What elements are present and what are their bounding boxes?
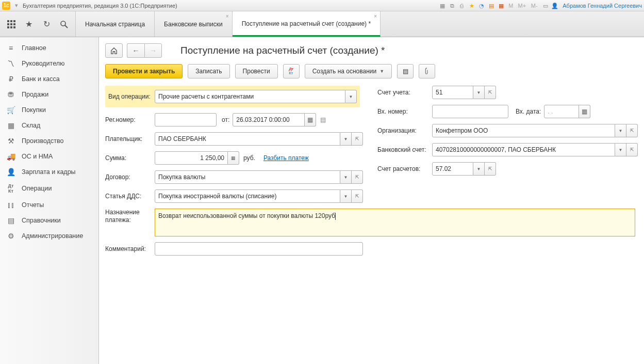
bank-label: Банковский счет: xyxy=(377,146,432,153)
command-bar: Провести и закрыть Записать Провести ДтК… xyxy=(105,64,638,78)
payer-label: Плательщик: xyxy=(105,135,155,143)
bank-input[interactable]: 40702810000000000007, ПАО СБЕРБАНК xyxy=(432,143,615,156)
close-icon[interactable]: × xyxy=(374,13,377,19)
comment-input[interactable] xyxy=(155,242,363,256)
clock-icon[interactable]: ◔ xyxy=(477,2,485,10)
contract-input[interactable]: Покупка валюты xyxy=(155,170,340,184)
open-handle[interactable]: ⇱ xyxy=(352,170,363,184)
apps-icon[interactable] xyxy=(5,18,18,30)
dropdown-handle[interactable]: ▼ xyxy=(473,86,485,99)
sidebar-item-os[interactable]: 🚚ОС и НМА xyxy=(0,149,98,164)
sidebar-item-sales[interactable]: ⛃Продажи xyxy=(0,87,98,102)
tabs: Начальная страница Банковские выписки × … xyxy=(76,11,381,37)
sidebar-item-production[interactable]: ⚒Производство xyxy=(0,133,98,149)
dropdown-icon[interactable]: ▾ xyxy=(12,2,21,10)
window-icon[interactable]: ▭ xyxy=(541,2,549,10)
dropdown-handle[interactable]: ▼ xyxy=(345,90,357,103)
purpose-textarea[interactable]: Возврат неиспользованной суммы от покупк… xyxy=(155,209,635,236)
star-icon[interactable]: ★ xyxy=(23,18,35,30)
from-input-group: 26.03.2017 0:00:00 ▦ xyxy=(233,113,316,126)
reg-input[interactable] xyxy=(155,113,217,126)
sidebar-item-label: Продажи xyxy=(22,91,48,98)
attach-button[interactable] xyxy=(419,64,435,78)
from-input[interactable]: 26.03.2017 0:00:00 xyxy=(233,113,305,126)
dtkt-button[interactable]: ДтКт xyxy=(283,64,300,78)
reg-label: Рег.номер: xyxy=(105,116,155,123)
sidebar-item-warehouse[interactable]: ▦Склад xyxy=(0,118,98,133)
create-based-button[interactable]: Создать на основании▼ xyxy=(305,64,392,78)
sum-input[interactable]: 1 250,00 xyxy=(155,151,228,165)
calc-icon[interactable]: ▤ xyxy=(487,2,495,10)
content: ← → Поступление на расчетный счет (созда… xyxy=(99,37,644,364)
acct-input[interactable]: 51 xyxy=(432,86,473,99)
doc-button[interactable]: ▤ xyxy=(397,64,414,78)
star-icon[interactable]: ★ xyxy=(468,2,475,10)
dropdown-handle[interactable]: ▼ xyxy=(473,162,485,176)
payer-input[interactable]: ПАО СБЕРБАНК xyxy=(155,132,340,146)
sidebar-item-admin[interactable]: ⚙Администрирование xyxy=(0,228,98,244)
m-button[interactable]: М xyxy=(507,2,515,10)
open-handle[interactable]: ⇱ xyxy=(626,124,638,137)
post-and-close-button[interactable]: Провести и закрыть xyxy=(105,64,183,78)
org-input[interactable]: Конфетпром ООО xyxy=(432,124,615,137)
back-button[interactable]: ← xyxy=(127,43,144,58)
close-icon[interactable]: × xyxy=(226,13,229,19)
calc-handle[interactable]: ▦ xyxy=(228,151,239,165)
open-handle[interactable]: ⇱ xyxy=(485,162,496,176)
post-button[interactable]: Провести xyxy=(235,64,278,78)
open-handle[interactable]: ⇱ xyxy=(626,143,638,156)
calendar-icon[interactable]: ▦ xyxy=(497,2,505,10)
save-button[interactable]: Записать xyxy=(188,64,229,78)
history-icon[interactable]: ↻ xyxy=(40,18,53,30)
sidebar-item-main[interactable]: ≡Главное xyxy=(0,40,98,56)
open-handle[interactable]: ⇱ xyxy=(352,189,363,203)
tab-home[interactable]: Начальная страница xyxy=(76,11,155,37)
sidebar-item-catalogs[interactable]: ▤Справочники xyxy=(0,213,98,228)
in-date-input[interactable]: . . xyxy=(544,105,579,118)
dropdown-handle[interactable]: ▼ xyxy=(340,132,352,146)
dds-input[interactable]: Покупка иностранной валюты (списание) xyxy=(155,189,340,203)
print-icon[interactable]: ▤ xyxy=(320,116,326,123)
op-input[interactable]: Прочие расчеты с контрагентами xyxy=(155,90,345,103)
main: ≡Главное 〽Руководителю ₽Банк и касса ⛃Пр… xyxy=(0,37,644,364)
home-button[interactable] xyxy=(105,43,123,58)
sidebar-item-label: Банк и касса xyxy=(22,75,60,83)
tab-bank[interactable]: Банковские выписки × xyxy=(155,11,233,37)
tab-current[interactable]: Поступление на расчетный счет (создание)… xyxy=(233,11,381,37)
tb-icon-1[interactable]: ▦ xyxy=(438,2,446,10)
split-payment-link[interactable]: Разбить платеж xyxy=(263,154,309,162)
dropdown-handle[interactable]: ▼ xyxy=(615,143,626,156)
in-num-input[interactable] xyxy=(432,105,508,118)
tb-icon-2[interactable]: ⧉ xyxy=(448,2,456,10)
sidebar-item-purchases[interactable]: 🛒Покупки xyxy=(0,102,98,118)
dropdown-handle[interactable]: ▼ xyxy=(340,189,352,203)
sidebar-item-operations[interactable]: ДтКтОперации xyxy=(0,180,98,197)
sidebar-item-reports[interactable]: ⫿⫿Отчеты xyxy=(0,197,98,213)
dropdown-handle[interactable]: ▼ xyxy=(340,170,352,184)
tb-icon-3[interactable]: ⎙ xyxy=(458,2,466,10)
calendar-handle[interactable]: ▦ xyxy=(579,105,590,118)
search-icon[interactable] xyxy=(58,18,70,30)
user-name[interactable]: Абрамов Геннадий Сергеевич xyxy=(563,3,642,9)
sidebar-item-label: Покупки xyxy=(22,106,46,114)
sidebar-item-label: Администрирование xyxy=(22,232,83,240)
calendar-handle[interactable]: ▦ xyxy=(305,113,316,126)
sidebar-item-label: Производство xyxy=(22,137,64,145)
contract-row: Договор: Покупка валюты ▼ ⇱ xyxy=(105,170,363,184)
sidebar-item-bank[interactable]: ₽Банк и касса xyxy=(0,71,98,87)
sidebar-item-manager[interactable]: 〽Руководителю xyxy=(0,56,98,71)
open-handle[interactable]: ⇱ xyxy=(485,86,496,99)
m-plus-button[interactable]: М+ xyxy=(517,2,527,10)
svg-rect-4 xyxy=(10,23,12,25)
chevron-down-icon: ▼ xyxy=(349,94,353,99)
settle-input[interactable]: 57.02 xyxy=(432,162,473,176)
open-handle[interactable]: ⇱ xyxy=(352,132,363,146)
svg-rect-8 xyxy=(13,26,15,28)
sidebar-item-salary[interactable]: 👤Зарплата и кадры xyxy=(0,164,98,180)
sidebar: ≡Главное 〽Руководителю ₽Банк и касса ⛃Пр… xyxy=(0,37,99,364)
chart-icon: 〽 xyxy=(6,59,15,68)
m-minus-button[interactable]: М- xyxy=(529,2,539,10)
chevron-down-icon: ▼ xyxy=(344,137,348,141)
dropdown-handle[interactable]: ▼ xyxy=(615,124,626,137)
forward-button[interactable]: → xyxy=(144,43,162,58)
